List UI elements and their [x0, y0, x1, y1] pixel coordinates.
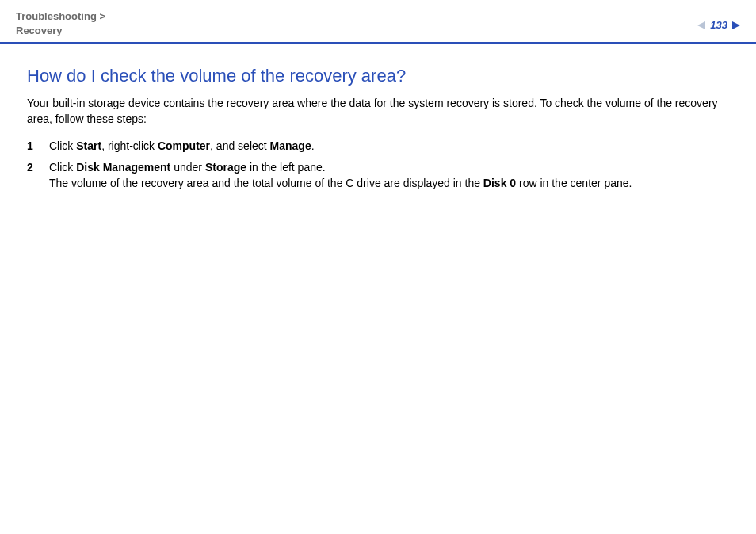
- page-title: How do I check the volume of the recover…: [27, 66, 729, 86]
- step-extra: The volume of the recovery area and the …: [49, 175, 729, 191]
- step-text: Click Start, right-click Computer, and s…: [49, 138, 729, 154]
- page-indicator: 133: [697, 19, 740, 31]
- breadcrumb-line1: Troubleshooting >: [16, 10, 105, 24]
- breadcrumb: Troubleshooting > Recovery: [16, 10, 105, 37]
- steps-list: Click Start, right-click Computer, and s…: [27, 138, 729, 191]
- step-item: Click Start, right-click Computer, and s…: [27, 138, 729, 154]
- page-header: Troubleshooting > Recovery 133: [0, 0, 756, 42]
- intro-paragraph: Your built-in storage device contains th…: [27, 96, 729, 127]
- step-item: Click Disk Management under Storage in t…: [27, 159, 729, 192]
- step-text: Click Disk Management under Storage in t…: [49, 159, 729, 175]
- arrow-left-icon[interactable]: [697, 21, 705, 29]
- page-content: How do I check the volume of the recover…: [0, 44, 756, 212]
- breadcrumb-line2: Recovery: [16, 24, 105, 38]
- page-number: 133: [710, 19, 727, 31]
- arrow-right-icon[interactable]: [732, 21, 740, 29]
